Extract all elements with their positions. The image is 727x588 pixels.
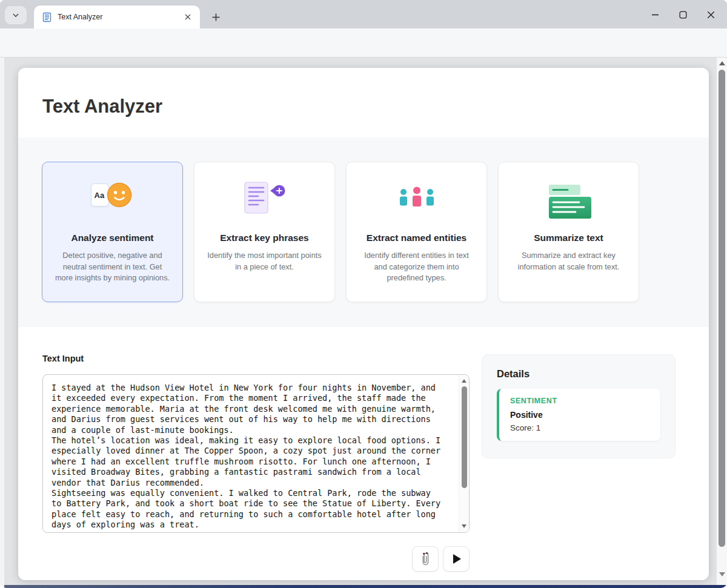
- play-icon: [453, 554, 461, 564]
- page-title: Text Analyzer: [42, 96, 162, 117]
- input-output-section: Text Input I stayed at the Hudson View H…: [18, 327, 709, 580]
- card-description: Identify the most important points in a …: [205, 250, 324, 273]
- key-phrases-document-icon: [205, 178, 324, 231]
- smiley-face-icon: [107, 182, 132, 208]
- scroll-up-arrow-icon[interactable]: [462, 379, 466, 383]
- cards-row: Aa Analyze sentiment Detect positive,: [42, 162, 639, 302]
- chevron-down-icon: [10, 10, 21, 21]
- tab-strip: Text Analyzer: [0, 0, 727, 28]
- tab-title: Text Analyzer: [58, 13, 182, 21]
- close-window-button[interactable]: [697, 5, 725, 24]
- scroll-down-arrow-icon[interactable]: [462, 524, 466, 528]
- close-icon: [185, 14, 191, 20]
- run-analysis-button[interactable]: [443, 546, 470, 572]
- details-title: Details: [497, 368, 660, 380]
- sentiment-result-card: SENTIMENT Positive Score: 1: [497, 389, 660, 441]
- text-analyzer-page: Text Analyzer Aa: [18, 68, 709, 580]
- summarize-blocks-icon: [510, 178, 628, 231]
- browser-window: Text Analyzer https://micros: [0, 0, 727, 588]
- page-scrollbar[interactable]: [717, 58, 727, 585]
- action-buttons: [412, 546, 470, 572]
- browser-toolbar: https://microsoftlearning.github.io/ai-a…: [0, 28, 727, 58]
- window-bottom-edge: [4, 585, 727, 588]
- entities-people-icon: [357, 178, 476, 231]
- minimize-button[interactable]: [641, 5, 669, 24]
- card-extract-named-entities[interactable]: Extract named entities Identify differen…: [346, 162, 487, 302]
- plus-icon: [211, 13, 221, 22]
- window-controls: [641, 5, 725, 24]
- card-summarize-text[interactable]: Summarize text Summarize and extract key…: [498, 162, 639, 302]
- text-input-value[interactable]: I stayed at the Hudson View Hotel in New…: [43, 375, 459, 532]
- scrollbar-thumb[interactable]: [462, 386, 467, 488]
- sentiment-smiley-icon: Aa: [53, 178, 171, 231]
- text-input-label: Text Input: [42, 354, 84, 363]
- maximize-icon: [679, 11, 687, 19]
- attach-file-button[interactable]: [412, 546, 439, 572]
- tab-actions-menu-button[interactable]: [5, 6, 27, 24]
- scrollbar-thumb[interactable]: [719, 70, 725, 547]
- scroll-up-arrow-icon[interactable]: [719, 61, 725, 65]
- card-title: Analyze sentiment: [53, 233, 171, 243]
- details-panel: Details SENTIMENT Positive Score: 1: [482, 354, 676, 458]
- result-value: Positive: [510, 410, 649, 420]
- scroll-down-arrow-icon[interactable]: [719, 572, 725, 576]
- page-viewport: Text Analyzer Aa: [0, 58, 727, 588]
- card-title: Extract key phrases: [205, 233, 324, 243]
- card-description: Summarize and extract key information at…: [510, 250, 628, 273]
- card-extract-key-phrases[interactable]: Extract key phrases Identify the most im…: [194, 162, 335, 302]
- card-description: Identify different entities in text and …: [357, 250, 476, 284]
- card-title: Extract named entities: [357, 233, 476, 243]
- clippy-paperclip-icon: [419, 550, 432, 567]
- maximize-button[interactable]: [669, 5, 697, 24]
- card-analyze-sentiment[interactable]: Aa Analyze sentiment Detect positive,: [42, 162, 183, 302]
- document-icon: [42, 12, 52, 22]
- tab-close-button[interactable]: [182, 11, 194, 23]
- page-header: Text Analyzer: [18, 68, 709, 137]
- minimize-icon: [651, 11, 659, 19]
- browser-tab[interactable]: Text Analyzer: [34, 5, 200, 28]
- card-description: Detect positive, negative and neutral se…: [53, 250, 171, 284]
- analysis-cards-section: Aa Analyze sentiment Detect positive,: [18, 137, 709, 327]
- text-input[interactable]: I stayed at the Hudson View Hotel in New…: [42, 374, 470, 533]
- textarea-scrollbar[interactable]: [459, 375, 469, 532]
- result-category: SENTIMENT: [510, 397, 649, 405]
- card-title: Summarize text: [510, 233, 628, 243]
- close-icon: [707, 11, 715, 19]
- result-score: Score: 1: [510, 423, 649, 432]
- new-tab-button[interactable]: [207, 8, 224, 25]
